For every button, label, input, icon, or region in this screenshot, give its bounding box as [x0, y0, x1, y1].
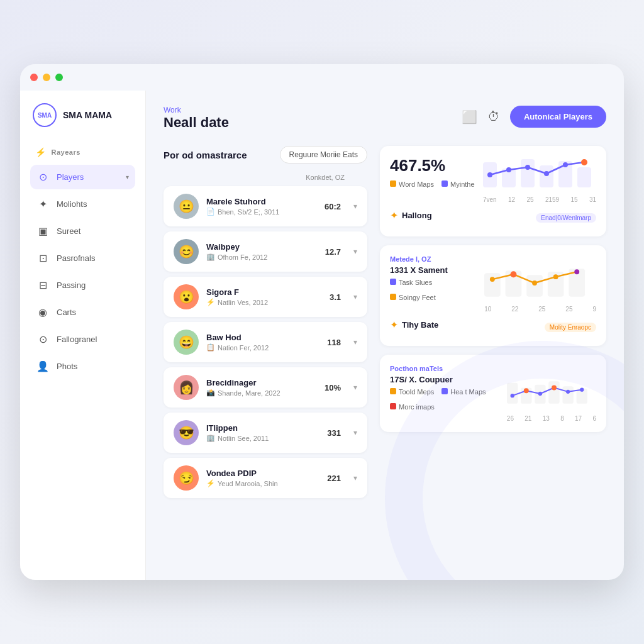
chart1-svg: [483, 156, 596, 194]
svg-point-33: [580, 388, 584, 392]
player2-name: Tihy Bate: [402, 320, 438, 330]
pasrofnals-icon: ⊡: [36, 252, 49, 264]
svg-point-9: [544, 171, 549, 176]
svg-rect-25: [548, 381, 559, 404]
sidebar-item-fallogranel[interactable]: ⊙ Fallogranel: [30, 327, 135, 352]
expand-icon[interactable]: ▾: [353, 338, 357, 347]
column-label: Konkdet, OZ: [164, 174, 367, 181]
player-name: Sigora F: [206, 287, 322, 297]
stat2-legend: Task Slues Soingy Feet: [390, 279, 484, 301]
player-info: Brecidinager 📸 Shande, Mare, 2022: [206, 378, 317, 397]
legend3-heat: Hea t Maps: [450, 388, 486, 396]
chart2-labels: 102225259: [484, 306, 596, 313]
player-tag-2: ✦ Tihy Bate: [390, 319, 438, 331]
player-tag-1: ✦ Hallong: [390, 209, 432, 221]
svg-rect-26: [562, 386, 573, 404]
expand-icon[interactable]: ▾: [353, 292, 357, 301]
expand-icon[interactable]: ▾: [353, 383, 357, 392]
svg-rect-22: [507, 383, 518, 404]
sidebar-label-carts: Carts: [57, 308, 76, 317]
sidebar-item-phots[interactable]: 👤 Phots: [30, 354, 135, 379]
sidebar-item-players[interactable]: ⊙ Players ▾: [30, 165, 135, 189]
player-card[interactable]: 😏 Vondea PDIP ⚡ Yeud Marooia, Shin 221 ▾: [164, 458, 367, 498]
stat-card-3: Pocthon maTels 17S/ X. Coupuer Toold Mep…: [380, 355, 606, 432]
player-value: 10%: [325, 383, 341, 392]
stat-card-2: Metede l, OZ 1331 X Sament Task Slues So…: [380, 245, 606, 346]
sidebar-label-pasrofnals: Pasrofnals: [57, 253, 95, 263]
right-panel: 467.5% Word Maps Myinthe: [380, 146, 606, 503]
chart2-svg: [484, 265, 596, 303]
sureet-icon: ▣: [36, 225, 49, 237]
sidebar-item-pasrofnals[interactable]: ⊡ Pasrofnals: [30, 246, 135, 270]
legend3-morc: Morc imaps: [399, 403, 435, 411]
player-card[interactable]: 😊 Waibpey 🏢 Ofhom Fe, 2012 12.7 ▾: [164, 231, 367, 272]
chart3-labels: 2621138176: [507, 415, 596, 422]
player-card[interactable]: 😐 Marele Stuhord 📄 Bhen, Sb/2 E;, 3011 6…: [164, 186, 367, 226]
svg-rect-2: [521, 159, 535, 187]
expand-icon[interactable]: ▾: [353, 428, 357, 437]
expand-icon[interactable]: ▾: [353, 202, 357, 211]
tablet-icon[interactable]: ⬜: [462, 109, 477, 125]
player-card[interactable]: 😮 Sigora F ⚡ Natlin Ves, 2012 3.1 ▾: [164, 277, 367, 317]
sidebar-section: ⚡ Rayears: [30, 145, 135, 160]
close-dot[interactable]: [30, 74, 38, 81]
svg-rect-3: [540, 165, 553, 187]
players-icon: ⊙: [36, 171, 49, 183]
logo-text: SMA MAMA: [63, 110, 112, 120]
sidebar-label-passing: Passing: [57, 280, 86, 290]
expand-icon[interactable]: ▾: [353, 247, 357, 256]
player-sub: 📸 Shande, Mare, 2022: [206, 389, 317, 397]
sidebar-label-sureet: Sureet: [57, 226, 80, 236]
svg-rect-14: [526, 275, 543, 297]
stat3-subheader: Pocthon maTels: [390, 365, 596, 372]
header-actions: ⬜ ⏱ Autonical Players: [462, 106, 606, 128]
player1-name: Hallong: [402, 211, 432, 220]
player-sub: 🏢 Notlin See, 2011: [206, 434, 319, 442]
header-subtitle: Work: [164, 106, 229, 114]
player-card[interactable]: 😄 Baw Hod 📋 Nation Fer, 2012 118 ▾: [164, 322, 367, 362]
title-bar: [20, 64, 624, 91]
sidebar-item-carts[interactable]: ◉ Carts: [30, 300, 135, 325]
player-value: 221: [327, 474, 341, 483]
player-card[interactable]: 👩 Brecidinager 📸 Shande, Mare, 2022 10% …: [164, 367, 367, 408]
expand-icon[interactable]: ▾: [353, 474, 357, 482]
player-name: Brecidinager: [206, 378, 317, 387]
content-area: Work Neall date ⬜ ⏱ Autonical Players Po…: [146, 91, 624, 580]
logo-area: SMA SMA MAMA: [30, 103, 135, 127]
filter-button[interactable]: Reguure Moriie Eats: [280, 146, 367, 164]
sidebar-item-moliohts[interactable]: ✦ Moliohts: [30, 192, 135, 216]
svg-point-20: [553, 274, 558, 279]
maximize-dot[interactable]: [55, 74, 63, 81]
stat2-subheader: Metede l, OZ: [390, 255, 596, 263]
svg-point-28: [510, 394, 514, 397]
player-value: 12.7: [325, 247, 341, 257]
minimize-dot[interactable]: [43, 74, 50, 81]
player-info: Marele Stuhord 📄 Bhen, Sb/2 E;, 3011: [206, 197, 317, 216]
player-card[interactable]: 😎 ITlippen 🏢 Notlin See, 2011 331 ▾: [164, 413, 367, 453]
player-avatar: 😎: [174, 420, 199, 445]
passing-icon: ⊟: [36, 279, 49, 291]
cta-button[interactable]: Autonical Players: [510, 106, 606, 128]
player-name: Vondea PDIP: [206, 469, 319, 478]
stat2-value: 1331 X Sament: [390, 265, 484, 275]
legend1-my: Myinthe: [450, 180, 475, 188]
player-info: Baw Hod 📋 Nation Fer, 2012: [206, 333, 319, 352]
clock-icon[interactable]: ⏱: [487, 109, 500, 124]
sidebar-label-phots: Phots: [57, 362, 77, 371]
content-header: Work Neall date ⬜ ⏱ Autonical Players: [164, 106, 606, 131]
player-list: 😐 Marele Stuhord 📄 Bhen, Sb/2 E;, 3011 6…: [164, 186, 367, 498]
logo-abbr: SMA: [38, 112, 52, 119]
player-info: Vondea PDIP ⚡ Yeud Marooia, Shin: [206, 469, 319, 487]
sidebar-item-sureet[interactable]: ▣ Sureet: [30, 219, 135, 243]
player-name: ITlippen: [206, 423, 319, 433]
sidebar: SMA SMA MAMA ⚡ Rayears ⊙ Players ▾ ✦ Mol…: [20, 91, 146, 580]
player-sub: 📋 Nation Fer, 2012: [206, 343, 319, 352]
sidebar-item-passing[interactable]: ⊟ Passing: [30, 273, 135, 297]
chart3-svg: [507, 375, 596, 413]
logo-icon: SMA: [33, 103, 57, 127]
two-col-layout: Por od omastrarce Reguure Moriie Eats Ko…: [164, 146, 606, 503]
header-title-area: Work Neall date: [164, 106, 229, 131]
app-window: SMA SMA MAMA ⚡ Rayears ⊙ Players ▾ ✦ Mol…: [20, 64, 624, 580]
svg-point-17: [490, 277, 495, 282]
player-info: Waibpey 🏢 Ofhom Fe, 2012: [206, 242, 318, 261]
